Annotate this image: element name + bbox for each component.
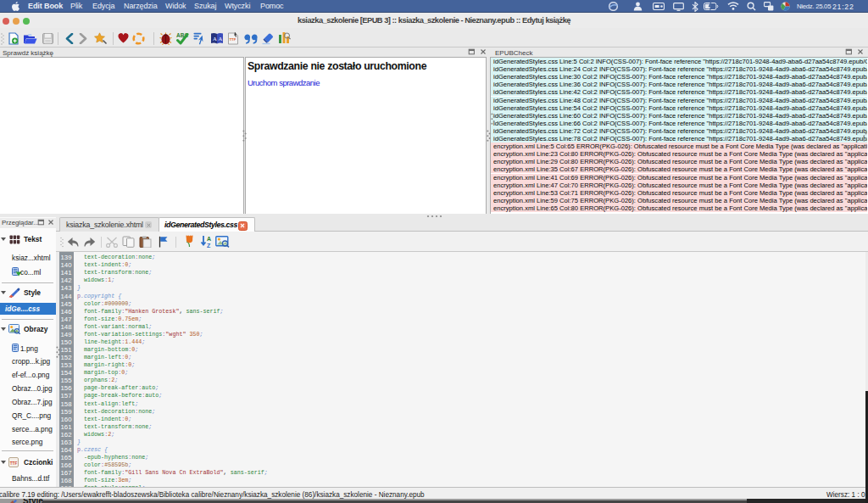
svg-text:A: A bbox=[219, 36, 223, 42]
svg-text:A: A bbox=[207, 236, 211, 242]
svg-text:A: A bbox=[213, 36, 217, 42]
svg-text:TTF: TTF bbox=[229, 37, 236, 42]
svg-text:Z: Z bbox=[207, 243, 211, 248]
svg-text:TTF: TTF bbox=[10, 461, 18, 466]
